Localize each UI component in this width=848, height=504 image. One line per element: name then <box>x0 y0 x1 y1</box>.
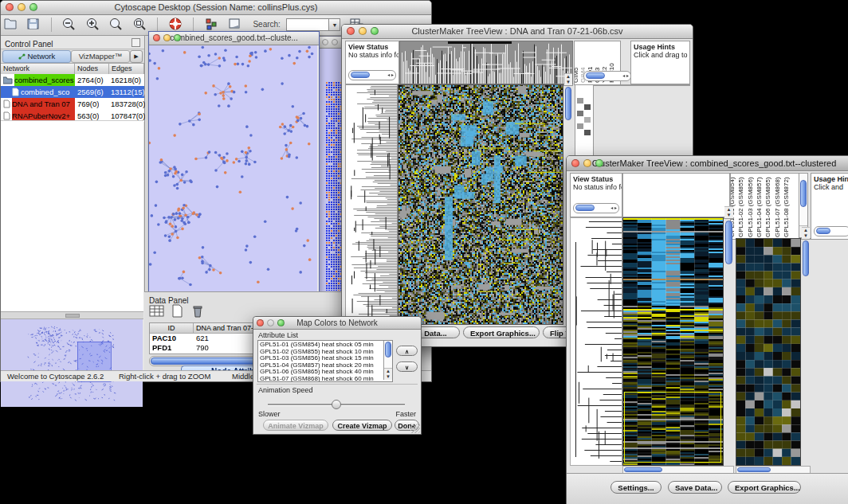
data-cell[interactable]: 790 <box>196 343 209 353</box>
close-icon[interactable] <box>6 3 14 11</box>
tv1-global-heatmap[interactable] <box>398 84 563 325</box>
col-header-edges[interactable]: Edges <box>109 64 144 74</box>
minimize-icon[interactable] <box>267 319 274 326</box>
attribute-list-item[interactable]: GPL51-07 (GSM868) heat shock 60 min <box>258 376 383 382</box>
zoom-icon[interactable] <box>371 27 379 35</box>
tv1-titlebar[interactable]: ClusterMaker TreeView : DNA and Tran 07-… <box>342 25 693 39</box>
tab-scroll-right-icon[interactable]: ▶ <box>130 50 143 63</box>
network-row[interactable]: DNA and Tran 07 769(0) 183728(0) <box>1 98 144 110</box>
network-row[interactable]: combined_scores 2764(0) 16218(0) <box>1 74 144 86</box>
close-icon[interactable] <box>257 319 264 326</box>
minimize-icon[interactable] <box>332 39 338 45</box>
move-up-button[interactable]: ∧ <box>396 346 418 356</box>
tv2-column-label[interactable]: GPL51-07 (GSM868) <box>774 177 781 237</box>
tab-vizmapper[interactable]: VizMapper™ <box>71 50 130 63</box>
toolbar-separator <box>51 18 52 32</box>
tv1-column-dendrogram[interactable] <box>399 41 573 84</box>
tv1-zoom-panel <box>593 84 631 86</box>
toolbar-separator <box>193 18 194 32</box>
zoom-fit-icon[interactable] <box>108 17 124 34</box>
tv1-column-label[interactable]: GIM5 <box>574 67 579 83</box>
zoom-in-icon[interactable] <box>85 17 100 34</box>
create-vizmap-button[interactable]: Create Vizmap <box>332 420 392 431</box>
col-header-network[interactable]: Network <box>1 64 75 74</box>
close-icon[interactable] <box>571 159 579 167</box>
close-icon[interactable] <box>347 27 355 35</box>
dialog-titlebar[interactable]: Map Colors to Network <box>253 317 421 330</box>
network-tree: combined_scores 2764(0) 16218(0) combine… <box>1 74 144 122</box>
data-cell[interactable]: PAC10 <box>152 334 176 343</box>
status-zoom-hint: Right-click + drag to ZOOM <box>119 371 210 381</box>
animate-vizmap-button[interactable]: Animate Vizmap <box>263 420 328 431</box>
toolbar-separator <box>157 18 158 32</box>
data-col-id[interactable]: ID <box>150 323 194 333</box>
network-view-canvas[interactable] <box>149 45 317 292</box>
search-label: Search: <box>253 20 280 29</box>
zoom-icon[interactable] <box>277 319 285 326</box>
new-attribute-icon[interactable] <box>171 304 184 321</box>
zoom-out-icon[interactable] <box>61 17 77 34</box>
tv2-column-label[interactable]: GPL51-06 (GSM865) <box>764 177 771 237</box>
tv1-status-scrollbar[interactable]: ◂ ▸ <box>348 70 396 80</box>
tab-network[interactable]: Network <box>2 50 71 63</box>
network-window-1: combined_scores_good.txt--cluste... <box>148 31 320 294</box>
tv2-column-label[interactable]: GPL51-03 (GSM856) <box>747 177 754 237</box>
tv2-zoom-vscrollbar[interactable]: ▲▼ <box>801 238 811 240</box>
col-header-nodes[interactable]: Nodes <box>75 64 109 74</box>
minimize-icon[interactable] <box>359 27 367 35</box>
settings-button[interactable]: Settings... <box>610 481 662 494</box>
tv2-hints-scrollbar[interactable] <box>814 226 848 236</box>
tv2-titlebar[interactable]: ClusterMaker TreeView : combined_scores_… <box>567 156 848 171</box>
tv1-heatmap-vscrollbar[interactable]: ▲▼ <box>563 84 573 86</box>
control-panel: Control Panel Network VizMapper™ ▶ Netwo… <box>1 36 145 371</box>
tv2-global-heatmap[interactable] <box>622 217 724 466</box>
main-titlebar[interactable]: Cytoscape Desktop (Session Name: collins… <box>1 1 431 15</box>
export-graphics-button[interactable]: Export Graphics... <box>728 481 801 494</box>
close-icon[interactable] <box>322 39 328 45</box>
float-panel-icon[interactable] <box>132 38 140 47</box>
tv1-row-dendrogram[interactable] <box>345 84 398 325</box>
map-colors-dialog: Map Colors to Network Attribute List GPL… <box>253 316 422 435</box>
birds-eye-view[interactable] <box>1 319 143 407</box>
tv1-usage-hints: Usage Hints Click and drag to <box>630 41 690 84</box>
tv2-column-label[interactable]: GPL51-08 (GSM872) <box>783 177 790 237</box>
move-down-button[interactable]: ∨ <box>396 361 418 372</box>
tv2-column-labels: GPL51-01 (GSM854)GPL51-02 (GSM855)GPL51-… <box>730 173 799 240</box>
network-row[interactable]: combined_sco 2569(6) 13112(15) <box>1 86 144 98</box>
tv2-status-scrollbar[interactable]: ◂ ▸ <box>573 203 619 213</box>
slider-thumb[interactable] <box>332 400 341 409</box>
attribute-list[interactable]: GPL51-01 (GSM854) heat shock 05 minGPL51… <box>257 340 393 382</box>
export-graphics-button[interactable]: Export Graphics... <box>463 326 540 338</box>
minimize-icon[interactable] <box>163 34 171 41</box>
tv2-column-label[interactable]: GPL51-04 (GSM857) <box>756 177 763 237</box>
attribute-list-label: Attribute List <box>258 331 298 339</box>
tv2-zoom-heatmap[interactable] <box>736 238 801 466</box>
zoom-icon[interactable] <box>29 3 37 11</box>
open-file-icon[interactable] <box>3 17 18 34</box>
zoom-icon[interactable] <box>595 159 603 167</box>
data-cell[interactable]: PFD1 <box>152 343 171 353</box>
panel-splitter[interactable] <box>1 311 143 319</box>
network-window-1-titlebar[interactable]: combined_scores_good.txt--cluste... <box>149 32 319 45</box>
status-welcome: Welcome to Cytoscape 2.6.2 <box>7 371 104 381</box>
delete-attribute-icon[interactable] <box>191 304 204 321</box>
animation-speed-slider[interactable] <box>268 400 405 409</box>
data-cell[interactable]: 621 <box>196 334 209 343</box>
save-data-button[interactable]: Save Data... <box>668 481 722 494</box>
dialog-title: Map Colors to Network <box>296 318 378 327</box>
tv1-zoom-scrollbar[interactable]: ◂ ▸ <box>583 71 631 81</box>
resize-grip[interactable] <box>410 424 420 433</box>
tv2-row-dendrogram[interactable] <box>570 217 622 466</box>
zoom-icon[interactable] <box>174 34 181 41</box>
table-icon[interactable] <box>149 304 165 321</box>
minimize-icon[interactable] <box>583 159 591 167</box>
search-dropdown-icon[interactable]: ▼ <box>328 18 340 31</box>
close-icon[interactable] <box>153 34 160 41</box>
tv2-usage-hints: Usage Hints Click and <box>811 173 848 240</box>
save-icon[interactable] <box>26 17 41 34</box>
tv2-column-label[interactable]: GPL51-02 (GSM855) <box>737 177 744 237</box>
minimize-icon[interactable] <box>18 3 26 11</box>
tv2-heatmap-vscrollbar[interactable]: ▲▼ <box>724 217 734 219</box>
zoom-selected-icon[interactable] <box>132 17 147 34</box>
tv1-view-status: View Status No status info for ◂ ▸ <box>345 41 399 84</box>
